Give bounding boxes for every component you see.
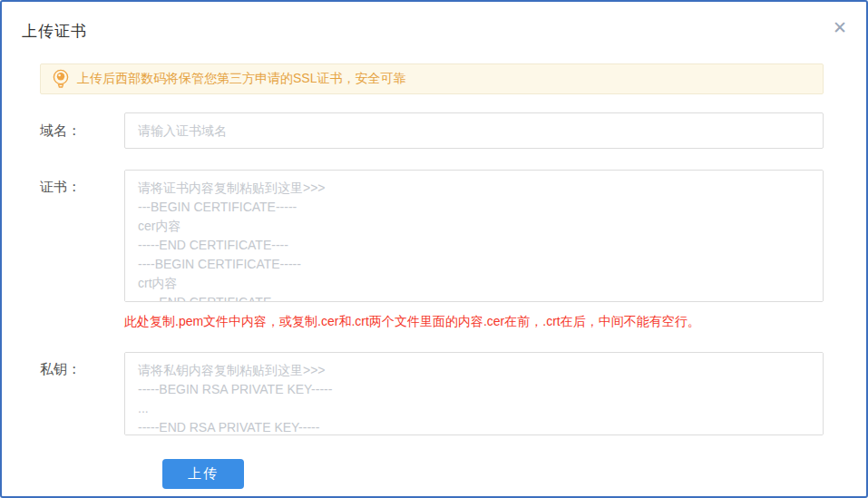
page-title: 上传证书 — [22, 23, 87, 40]
private-key-label: 私钥： — [40, 352, 124, 378]
notice-banner: 上传后西部数码将保管您第三方申请的SSL证书，安全可靠 — [40, 63, 824, 94]
lightbulb-icon — [52, 69, 70, 89]
certificate-hint: 此处复制.pem文件中内容，或复制.cer和.crt两个文件里面的内容.cer在… — [124, 314, 824, 330]
domain-row: 域名： — [40, 112, 824, 149]
upload-form: 域名： 证书： 此处复制.pem文件中内容，或复制.cer和.crt两个文件里面… — [40, 112, 824, 489]
certificate-label: 证书： — [40, 170, 124, 196]
notice-text: 上传后西部数码将保管您第三方申请的SSL证书，安全可靠 — [77, 71, 405, 87]
domain-input[interactable] — [124, 112, 824, 149]
private-key-row: 私钥： — [40, 352, 824, 439]
private-key-textarea[interactable] — [124, 352, 824, 435]
certificate-row: 证书： — [40, 170, 824, 306]
upload-button[interactable]: 上传 — [162, 459, 244, 489]
upload-certificate-dialog: 上传证书 ✕ 上传后西部数码将保管您第三方申请的SSL证书，安全可靠 域名： 证… — [0, 0, 868, 498]
domain-label: 域名： — [40, 112, 124, 140]
certificate-textarea[interactable] — [124, 170, 824, 302]
dialog-header: 上传证书 — [2, 2, 866, 42]
close-icon[interactable]: ✕ — [830, 18, 850, 38]
button-row: 上传 — [162, 459, 824, 489]
